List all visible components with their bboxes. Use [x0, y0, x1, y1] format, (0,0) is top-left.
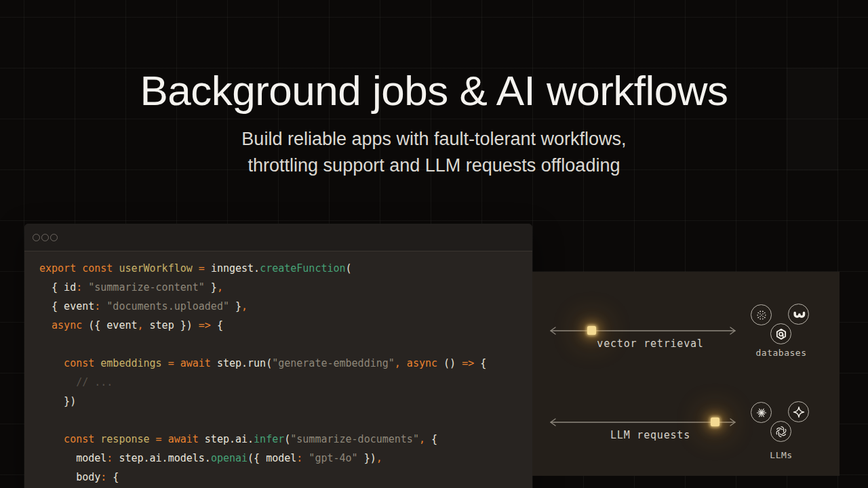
code-editor-window: export const userWorkflow = inngest.crea… [24, 224, 532, 488]
workflow-diagram-panel: vector retrieval [532, 272, 840, 476]
page: Background jobs & AI workflows Build rel… [0, 0, 868, 488]
starburst-icon [755, 406, 768, 420]
llms-label: LLMs [736, 450, 827, 460]
window-control-maximize-icon[interactable] [50, 234, 58, 241]
subtitle-line-1: Build reliable apps with fault-tolerant … [0, 126, 868, 152]
arrow-label-vector-retrieval: vector retrieval [554, 338, 747, 350]
page-subtitle: Build reliable apps with fault-tolerant … [0, 126, 868, 179]
llm-badge-2 [788, 401, 809, 422]
openai-icon [774, 425, 788, 439]
subtitle-line-2: throttling support and LLM requests offl… [0, 152, 868, 179]
window-titlebar [24, 224, 532, 251]
window-control-minimize-icon[interactable] [41, 234, 49, 241]
databases-label: databases [736, 348, 827, 358]
sparkle-icon [792, 405, 806, 419]
code-block: export const userWorkflow = inngest.crea… [24, 251, 532, 487]
window-control-close-icon[interactable] [33, 234, 40, 241]
job-marker-vector [587, 326, 596, 335]
page-title: Background jobs & AI workflows [0, 68, 868, 114]
llm-badge-3 [770, 421, 791, 442]
vector-db-badge-2 [788, 304, 809, 325]
bidirectional-arrow-vector [547, 325, 739, 336]
llm-badge-1 [751, 402, 772, 423]
job-marker-llm [711, 418, 719, 426]
qdrant-icon [774, 327, 788, 341]
vector-db-badge-3 [770, 323, 791, 344]
vector-db-badge-1 [751, 304, 772, 325]
dotted-sphere-icon [755, 308, 768, 322]
weaviate-icon [792, 308, 806, 321]
arrow-label-llm-requests: LLM requests [554, 429, 747, 441]
